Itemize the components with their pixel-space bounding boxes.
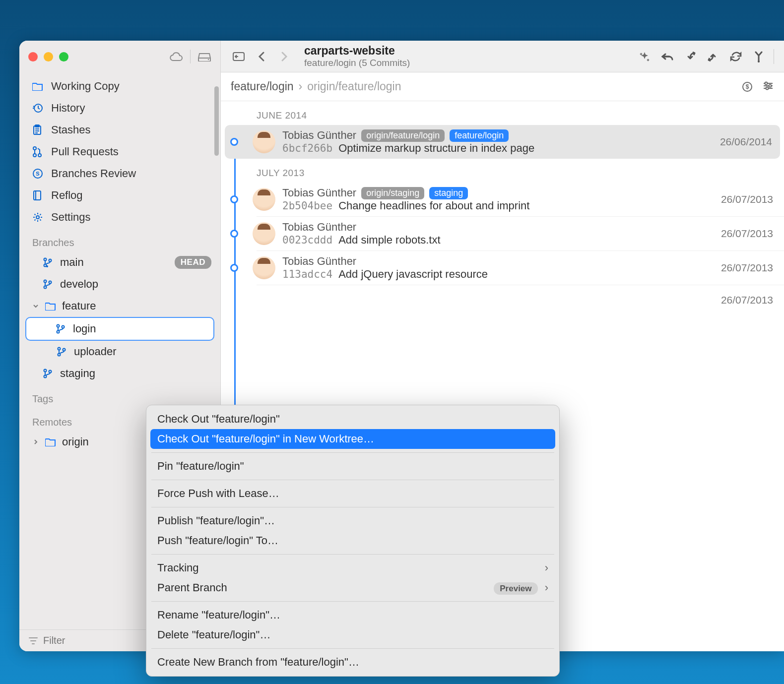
nav-label: History: [51, 102, 85, 115]
menu-tracking[interactable]: Tracking ›: [146, 558, 559, 578]
commit-message: Change headlines for about and imprint: [338, 199, 529, 212]
branch-folder-feature[interactable]: feature: [19, 295, 220, 317]
settings-sliders-icon[interactable]: [762, 81, 774, 93]
menu-force-push[interactable]: Force Push with Lease…: [146, 484, 559, 503]
menu-delete[interactable]: Delete "feature/login"…: [146, 625, 559, 645]
menu-rename[interactable]: Rename "feature/login"…: [146, 605, 559, 625]
branch-badge-remote: origin/feature/login: [361, 129, 445, 142]
svg-point-28: [758, 61, 760, 62]
clipboard-icon: [32, 124, 45, 135]
menu-parent-branch[interactable]: Parent Branch Preview ›: [146, 578, 559, 598]
svg-point-14: [46, 265, 48, 267]
undo-icon[interactable]: [657, 47, 677, 66]
disk-icon[interactable]: [197, 52, 211, 62]
minimize-window-button[interactable]: [44, 52, 53, 62]
chevron-right-icon: [32, 438, 40, 445]
nav-reflog[interactable]: Reflog: [19, 185, 220, 206]
close-window-button[interactable]: [28, 52, 38, 62]
separator: [190, 50, 191, 63]
breadcrumb[interactable]: feature/login › origin/feature/login: [231, 80, 401, 93]
menu-pin[interactable]: Pin "feature/login": [146, 456, 559, 476]
traffic-lights: [28, 52, 68, 62]
nav-back-button[interactable]: [252, 47, 271, 66]
preview-badge: Preview: [494, 582, 537, 595]
menu-check-out[interactable]: Check Out "feature/login": [146, 409, 559, 429]
history-icon: [32, 103, 45, 114]
branch-staging[interactable]: staging: [19, 363, 220, 384]
menu-separator: [151, 554, 554, 555]
menu-separator: [151, 648, 554, 649]
svg-point-24: [44, 370, 47, 372]
commit-hash: 113adcc4: [282, 268, 332, 280]
branch-label: main: [60, 256, 84, 269]
nav-branches-review[interactable]: S Branches Review: [19, 163, 220, 185]
menu-separator: [151, 452, 554, 453]
commit-date: 26/07/2013: [721, 193, 773, 205]
menu-create-new-branch[interactable]: Create New Branch from "feature/login"…: [146, 652, 559, 672]
branch-badge-local: staging: [429, 187, 468, 199]
repo-subtitle: feature/login (5 Commits): [304, 58, 410, 68]
nav-forward-button[interactable]: [274, 47, 294, 66]
branch-uploader[interactable]: uploader: [19, 341, 220, 363]
chevron-right-icon: ›: [545, 561, 548, 574]
nav-label: Reflog: [51, 189, 83, 202]
nav-history[interactable]: History: [19, 97, 220, 119]
folder-icon: [32, 82, 45, 91]
branch-icon: [43, 279, 55, 289]
svg-point-18: [57, 325, 60, 327]
menu-publish[interactable]: Publish "feature/login"…: [146, 511, 559, 531]
branch-icon: [43, 257, 55, 267]
branch-badge-local: feature/login: [450, 129, 509, 142]
scrollbar-thumb[interactable]: [214, 86, 219, 156]
branch-develop[interactable]: develop: [19, 273, 220, 295]
branch-context-menu: Check Out "feature/login" Check Out "fea…: [146, 405, 560, 677]
menu-check-out-worktree[interactable]: Check Out "feature/login" in New Worktre…: [150, 429, 555, 449]
remote-folder-icon: [45, 437, 57, 446]
svg-text:$: $: [746, 83, 749, 90]
branch-main[interactable]: main HEAD: [19, 251, 220, 273]
svg-point-4: [33, 147, 36, 150]
pull-request-icon: [32, 146, 45, 157]
svg-point-0: [208, 59, 209, 60]
commit-dot: [230, 138, 238, 146]
titlebar: [19, 41, 220, 72]
svg-point-32: [769, 84, 772, 87]
date-header: JULY 2013: [221, 159, 784, 183]
commit-date: 26/06/2014: [720, 136, 772, 148]
maximize-window-button[interactable]: [59, 52, 68, 62]
chevron-down-icon: [32, 303, 40, 310]
repo-title-block[interactable]: carparts-website feature/login (5 Commit…: [304, 44, 410, 68]
svg-point-13: [49, 259, 52, 262]
commit-row[interactable]: Tobias Günther origin/staging staging 2b…: [221, 183, 784, 216]
commit-message: Add jQuery javascript resource: [338, 268, 488, 281]
nav-stashes[interactable]: Stashes: [19, 119, 220, 141]
commit-row[interactable]: 26/07/2013: [221, 285, 784, 315]
commit-dot: [230, 264, 238, 272]
compare-icon[interactable]: $: [741, 81, 753, 93]
svg-point-26: [49, 371, 52, 373]
cloud-icon[interactable]: [169, 52, 183, 62]
nav-settings[interactable]: Settings: [19, 206, 220, 228]
svg-point-15: [44, 280, 47, 283]
commit-row[interactable]: Tobias Günther 113adcc4 Add jQuery javas…: [221, 251, 784, 285]
nav-pull-requests[interactable]: Pull Requests: [19, 141, 220, 163]
svg-point-16: [44, 286, 47, 289]
branch-login[interactable]: login: [25, 317, 214, 341]
commit-row[interactable]: Tobias Günther 0023cddd Add simple robot…: [221, 217, 784, 250]
commit-row[interactable]: Tobias Günther origin/feature/login feat…: [225, 125, 780, 159]
branches-review-icon: S: [32, 168, 45, 179]
pull-icon[interactable]: [680, 47, 700, 66]
merge-icon[interactable]: [749, 47, 769, 66]
sparkle-icon[interactable]: [635, 47, 654, 66]
gear-icon: [32, 212, 45, 223]
nav-label: Working Copy: [51, 80, 120, 93]
commit-date: 26/07/2013: [721, 294, 773, 306]
sync-icon[interactable]: [726, 47, 746, 66]
menu-push-to[interactable]: Push "feature/login" To…: [146, 531, 559, 551]
commit-author: Tobias Günther: [282, 255, 356, 268]
exit-icon[interactable]: [229, 47, 249, 66]
push-icon[interactable]: [703, 47, 723, 66]
branch-badge-remote: origin/staging: [361, 187, 424, 199]
avatar: [253, 130, 275, 153]
nav-working-copy[interactable]: Working Copy: [19, 75, 220, 97]
